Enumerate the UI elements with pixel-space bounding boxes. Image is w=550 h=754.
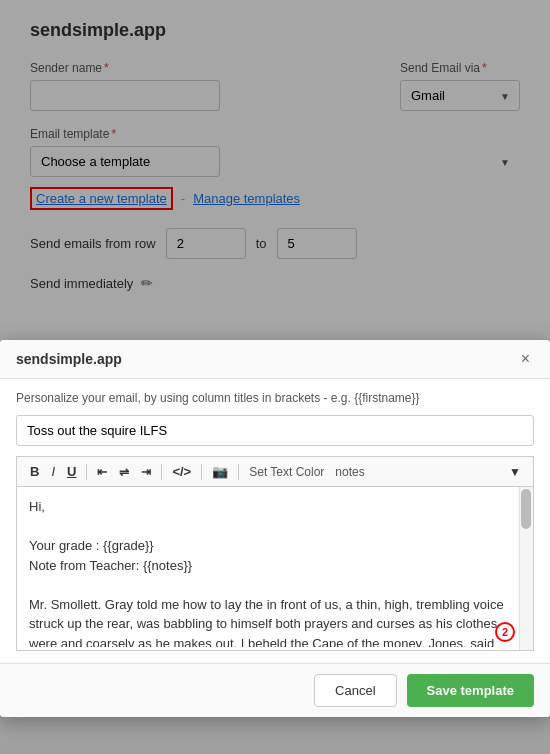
toolbar-sep-1 (86, 464, 87, 480)
set-text-color-button[interactable]: Set Text Color (244, 462, 329, 482)
modal-body: Personalize your email, by using column … (0, 379, 550, 663)
code-button[interactable]: </> (167, 461, 196, 482)
toolbar-sep-2 (161, 464, 162, 480)
modal-header: sendsimple.app × (0, 340, 550, 379)
email-template-modal: sendsimple.app × Personalize your email,… (0, 340, 550, 717)
modal-close-button[interactable]: × (517, 350, 534, 368)
cancel-button[interactable]: Cancel (314, 674, 396, 707)
toolbar-sep-4 (238, 464, 239, 480)
toolbar-sep-3 (201, 464, 202, 480)
italic-button[interactable]: I (46, 461, 60, 482)
subject-input[interactable] (16, 415, 534, 446)
bold-button[interactable]: B (25, 461, 44, 482)
modal-title: sendsimple.app (16, 351, 122, 367)
align-right-button[interactable]: ⇥ (136, 462, 156, 482)
underline-button[interactable]: U (62, 461, 81, 482)
toolbar-right: ▼ (505, 464, 525, 479)
align-center-button[interactable]: ⇌ (114, 462, 134, 482)
image-icon[interactable]: 📷 (207, 461, 233, 482)
circle-2-indicator: 2 (495, 622, 515, 642)
notes-dropdown-button[interactable]: ▼ (505, 465, 525, 479)
align-left-button[interactable]: ⇤ (92, 462, 112, 482)
editor-textarea[interactable]: Hi, Your grade : {{grade}} Note from Tea… (17, 487, 519, 647)
editor-toolbar: B I U ⇤ ⇌ ⇥ </> 📷 Set Text Color notes ▼ (16, 456, 534, 486)
editor-area-wrapper: Hi, Your grade : {{grade}} Note from Tea… (16, 486, 534, 651)
modal-footer: Cancel Save template (0, 663, 550, 717)
save-template-button[interactable]: Save template (407, 674, 534, 707)
notes-label: notes (335, 465, 364, 479)
modal-hint: Personalize your email, by using column … (16, 391, 534, 405)
scrollbar-track[interactable] (519, 487, 533, 650)
scrollbar-thumb[interactable] (521, 489, 531, 529)
